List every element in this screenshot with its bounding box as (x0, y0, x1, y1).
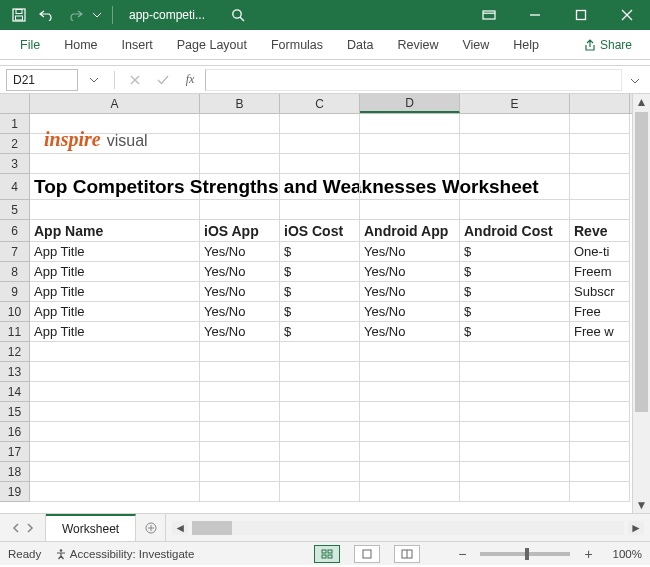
cell[interactable] (360, 342, 460, 362)
cell[interactable] (280, 422, 360, 442)
cell[interactable] (360, 382, 460, 402)
qat-dropdown-icon[interactable] (90, 2, 104, 28)
cell[interactable]: Yes/No (360, 262, 460, 282)
tab-page-layout[interactable]: Page Layout (165, 30, 259, 59)
cell[interactable] (360, 482, 460, 502)
scroll-left-icon[interactable]: ◄ (172, 521, 188, 535)
cell[interactable]: Android Cost (460, 220, 570, 242)
cell[interactable] (280, 154, 360, 174)
tab-home[interactable]: Home (52, 30, 109, 59)
cell[interactable] (30, 442, 200, 462)
scroll-up-icon[interactable]: ▲ (633, 94, 650, 110)
undo-icon[interactable] (34, 2, 60, 28)
formula-expand-icon[interactable] (626, 75, 644, 85)
cell[interactable] (200, 482, 280, 502)
cell[interactable] (460, 362, 570, 382)
cell[interactable] (360, 174, 460, 200)
cell[interactable]: Yes/No (360, 282, 460, 302)
fx-icon[interactable]: fx (179, 72, 201, 87)
cell[interactable] (200, 422, 280, 442)
cell[interactable]: $ (280, 262, 360, 282)
col-header-f[interactable] (570, 94, 630, 113)
cell[interactable] (460, 382, 570, 402)
cell[interactable] (360, 362, 460, 382)
cell[interactable]: One-ti (570, 242, 630, 262)
tab-file[interactable]: File (8, 30, 52, 59)
cell[interactable] (280, 462, 360, 482)
cell[interactable] (30, 200, 200, 220)
cell[interactable]: Yes/No (200, 262, 280, 282)
cell[interactable] (570, 442, 630, 462)
sheet-tab-worksheet[interactable]: Worksheet (46, 514, 136, 541)
cell[interactable] (280, 174, 360, 200)
cell[interactable]: $ (280, 282, 360, 302)
cell[interactable] (280, 382, 360, 402)
cell[interactable] (200, 114, 280, 134)
accessibility-status[interactable]: Accessibility: Investigate (55, 548, 194, 560)
cell[interactable] (460, 422, 570, 442)
cell[interactable] (360, 200, 460, 220)
cell[interactable] (570, 174, 630, 200)
scroll-thumb[interactable] (635, 112, 648, 412)
horizontal-scrollbar[interactable]: ◄ ► (166, 514, 650, 541)
cell[interactable]: $ (280, 302, 360, 322)
cell[interactable]: Yes/No (360, 322, 460, 342)
row-header-13[interactable]: 13 (0, 362, 29, 382)
cell[interactable] (200, 402, 280, 422)
cell[interactable] (30, 422, 200, 442)
cell[interactable]: $ (280, 242, 360, 262)
col-header-c[interactable]: C (280, 94, 360, 113)
cell[interactable] (460, 442, 570, 462)
cell[interactable] (200, 442, 280, 462)
cell[interactable] (30, 154, 200, 174)
cell[interactable] (360, 402, 460, 422)
cells-grid[interactable]: Top Competitors Strengths and Weaknesses… (30, 114, 632, 513)
row-header-8[interactable]: 8 (0, 262, 29, 282)
cell[interactable] (200, 154, 280, 174)
cell[interactable]: Free (570, 302, 630, 322)
cell[interactable]: Yes/No (200, 282, 280, 302)
cell[interactable] (460, 482, 570, 502)
cell[interactable]: Freem (570, 262, 630, 282)
row-header-12[interactable]: 12 (0, 342, 29, 362)
close-icon[interactable] (604, 0, 650, 30)
select-all-corner[interactable] (0, 94, 30, 114)
cell[interactable] (280, 114, 360, 134)
cell[interactable]: App Title (30, 242, 200, 262)
row-header-11[interactable]: 11 (0, 322, 29, 342)
cell[interactable]: $ (280, 322, 360, 342)
cell[interactable]: iOS App (200, 220, 280, 242)
col-header-d[interactable]: D (360, 94, 460, 113)
row-header-6[interactable]: 6 (0, 220, 29, 242)
cell[interactable] (570, 382, 630, 402)
cell[interactable] (30, 382, 200, 402)
view-normal-icon[interactable] (314, 545, 340, 563)
cell[interactable] (280, 402, 360, 422)
row-header-10[interactable]: 10 (0, 302, 29, 322)
zoom-level[interactable]: 100% (613, 548, 642, 560)
cell[interactable]: Reve (570, 220, 630, 242)
cell[interactable]: Subscr (570, 282, 630, 302)
cell[interactable]: App Title (30, 262, 200, 282)
zoom-slider[interactable] (480, 552, 570, 556)
scroll-right-icon[interactable]: ► (628, 521, 644, 535)
cell[interactable] (200, 174, 280, 200)
cell[interactable]: App Title (30, 322, 200, 342)
cell[interactable] (460, 134, 570, 154)
cell[interactable]: Yes/No (200, 322, 280, 342)
row-header-4[interactable]: 4 (0, 174, 29, 200)
cell[interactable] (30, 482, 200, 502)
row-header-17[interactable]: 17 (0, 442, 29, 462)
cell[interactable] (360, 442, 460, 462)
formula-input[interactable] (205, 69, 622, 91)
cell[interactable] (280, 200, 360, 220)
vertical-scrollbar[interactable]: ▲ ▼ (632, 94, 650, 513)
search-icon[interactable] (225, 2, 251, 28)
tab-review[interactable]: Review (385, 30, 450, 59)
cell[interactable] (360, 154, 460, 174)
view-page-layout-icon[interactable] (354, 545, 380, 563)
cell[interactable] (570, 114, 630, 134)
col-header-e[interactable]: E (460, 94, 570, 113)
col-header-a[interactable]: A (30, 94, 200, 113)
cell[interactable]: Yes/No (360, 302, 460, 322)
